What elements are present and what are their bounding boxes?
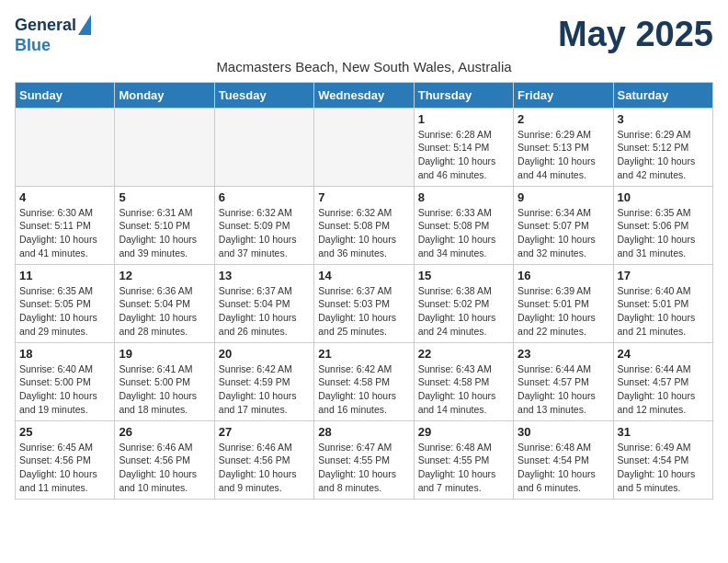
week-row-5: 25Sunrise: 6:45 AM Sunset: 4:56 PM Dayli… bbox=[16, 420, 713, 499]
day-info: Sunrise: 6:46 AM Sunset: 4:56 PM Dayligh… bbox=[119, 441, 210, 495]
day-info: Sunrise: 6:35 AM Sunset: 5:05 PM Dayligh… bbox=[19, 284, 110, 339]
calendar-cell: 15Sunrise: 6:38 AM Sunset: 5:02 PM Dayli… bbox=[414, 264, 513, 342]
calendar-cell bbox=[314, 108, 414, 186]
day-number: 20 bbox=[219, 347, 310, 361]
day-info: Sunrise: 6:29 AM Sunset: 5:13 PM Dayligh… bbox=[518, 128, 609, 182]
day-info: Sunrise: 6:46 AM Sunset: 4:56 PM Dayligh… bbox=[219, 441, 310, 495]
day-info: Sunrise: 6:44 AM Sunset: 4:57 PM Dayligh… bbox=[518, 362, 609, 417]
calendar-cell: 23Sunrise: 6:44 AM Sunset: 4:57 PM Dayli… bbox=[514, 342, 613, 420]
day-info: Sunrise: 6:36 AM Sunset: 5:04 PM Dayligh… bbox=[119, 284, 210, 339]
day-number: 1 bbox=[418, 112, 509, 126]
day-info: Sunrise: 6:41 AM Sunset: 5:00 PM Dayligh… bbox=[119, 362, 210, 417]
day-info: Sunrise: 6:32 AM Sunset: 5:08 PM Dayligh… bbox=[318, 206, 409, 260]
day-number: 18 bbox=[19, 347, 110, 361]
calendar-cell: 13Sunrise: 6:37 AM Sunset: 5:04 PM Dayli… bbox=[214, 264, 313, 342]
calendar-cell: 31Sunrise: 6:49 AM Sunset: 4:54 PM Dayli… bbox=[613, 420, 712, 499]
calendar-cell: 2Sunrise: 6:29 AM Sunset: 5:13 PM Daylig… bbox=[514, 108, 613, 186]
logo-text-blue: Blue bbox=[15, 37, 51, 55]
page-header: General Blue May 2025 bbox=[15, 15, 713, 55]
day-info: Sunrise: 6:35 AM Sunset: 5:06 PM Dayligh… bbox=[618, 206, 709, 260]
calendar-cell: 18Sunrise: 6:40 AM Sunset: 5:00 PM Dayli… bbox=[16, 342, 115, 420]
day-info: Sunrise: 6:31 AM Sunset: 5:10 PM Dayligh… bbox=[119, 206, 210, 260]
weekday-header-thursday: Thursday bbox=[414, 82, 513, 108]
calendar-cell: 6Sunrise: 6:32 AM Sunset: 5:09 PM Daylig… bbox=[214, 186, 313, 264]
logo: General Blue bbox=[15, 15, 91, 55]
day-number: 10 bbox=[618, 190, 709, 204]
day-info: Sunrise: 6:33 AM Sunset: 5:08 PM Dayligh… bbox=[418, 206, 509, 260]
day-info: Sunrise: 6:40 AM Sunset: 5:00 PM Dayligh… bbox=[19, 362, 110, 417]
calendar-subtitle: Macmasters Beach, New South Wales, Austr… bbox=[15, 59, 713, 75]
day-info: Sunrise: 6:29 AM Sunset: 5:12 PM Dayligh… bbox=[618, 128, 709, 182]
calendar-cell: 25Sunrise: 6:45 AM Sunset: 4:56 PM Dayli… bbox=[16, 420, 115, 499]
day-number: 2 bbox=[518, 112, 609, 126]
logo-text-general: General bbox=[15, 17, 76, 35]
day-info: Sunrise: 6:44 AM Sunset: 4:57 PM Dayligh… bbox=[618, 362, 709, 417]
weekday-header-wednesday: Wednesday bbox=[314, 82, 414, 108]
day-number: 14 bbox=[318, 269, 409, 282]
day-number: 28 bbox=[318, 425, 409, 439]
calendar-cell: 26Sunrise: 6:46 AM Sunset: 4:56 PM Dayli… bbox=[115, 420, 214, 499]
day-info: Sunrise: 6:45 AM Sunset: 4:56 PM Dayligh… bbox=[19, 441, 110, 495]
week-row-1: 1Sunrise: 6:28 AM Sunset: 5:14 PM Daylig… bbox=[16, 108, 713, 186]
calendar-cell: 22Sunrise: 6:43 AM Sunset: 4:58 PM Dayli… bbox=[414, 342, 513, 420]
day-info: Sunrise: 6:30 AM Sunset: 5:11 PM Dayligh… bbox=[19, 206, 110, 260]
calendar-cell: 8Sunrise: 6:33 AM Sunset: 5:08 PM Daylig… bbox=[414, 186, 513, 264]
day-number: 3 bbox=[618, 112, 709, 126]
week-row-2: 4Sunrise: 6:30 AM Sunset: 5:11 PM Daylig… bbox=[16, 186, 713, 264]
day-number: 29 bbox=[418, 425, 509, 439]
calendar-cell: 24Sunrise: 6:44 AM Sunset: 4:57 PM Dayli… bbox=[613, 342, 712, 420]
day-number: 6 bbox=[219, 190, 310, 204]
calendar-cell: 3Sunrise: 6:29 AM Sunset: 5:12 PM Daylig… bbox=[613, 108, 712, 186]
weekday-header-sunday: Sunday bbox=[16, 82, 115, 108]
day-number: 25 bbox=[19, 425, 110, 439]
day-info: Sunrise: 6:49 AM Sunset: 4:54 PM Dayligh… bbox=[618, 441, 709, 495]
week-row-3: 11Sunrise: 6:35 AM Sunset: 5:05 PM Dayli… bbox=[16, 264, 713, 342]
calendar-cell: 19Sunrise: 6:41 AM Sunset: 5:00 PM Dayli… bbox=[115, 342, 214, 420]
day-number: 23 bbox=[518, 347, 609, 361]
day-info: Sunrise: 6:40 AM Sunset: 5:01 PM Dayligh… bbox=[618, 284, 709, 339]
day-info: Sunrise: 6:47 AM Sunset: 4:55 PM Dayligh… bbox=[318, 441, 409, 495]
weekday-header-monday: Monday bbox=[115, 82, 214, 108]
month-title: May 2025 bbox=[558, 15, 713, 54]
day-number: 7 bbox=[318, 190, 409, 204]
day-number: 31 bbox=[618, 425, 709, 439]
calendar-cell: 10Sunrise: 6:35 AM Sunset: 5:06 PM Dayli… bbox=[613, 186, 712, 264]
calendar-cell: 9Sunrise: 6:34 AM Sunset: 5:07 PM Daylig… bbox=[514, 186, 613, 264]
day-info: Sunrise: 6:48 AM Sunset: 4:54 PM Dayligh… bbox=[518, 441, 609, 495]
calendar-cell: 4Sunrise: 6:30 AM Sunset: 5:11 PM Daylig… bbox=[16, 186, 115, 264]
calendar-table: SundayMondayTuesdayWednesdayThursdayFrid… bbox=[15, 82, 713, 500]
weekday-header-saturday: Saturday bbox=[613, 82, 712, 108]
week-row-4: 18Sunrise: 6:40 AM Sunset: 5:00 PM Dayli… bbox=[16, 342, 713, 420]
calendar-cell: 16Sunrise: 6:39 AM Sunset: 5:01 PM Dayli… bbox=[514, 264, 613, 342]
day-number: 5 bbox=[119, 190, 210, 204]
day-info: Sunrise: 6:42 AM Sunset: 4:59 PM Dayligh… bbox=[219, 362, 310, 417]
day-number: 12 bbox=[119, 269, 210, 282]
day-info: Sunrise: 6:43 AM Sunset: 4:58 PM Dayligh… bbox=[418, 362, 509, 417]
calendar-cell: 14Sunrise: 6:37 AM Sunset: 5:03 PM Dayli… bbox=[314, 264, 414, 342]
calendar-cell bbox=[115, 108, 214, 186]
calendar-cell: 30Sunrise: 6:48 AM Sunset: 4:54 PM Dayli… bbox=[514, 420, 613, 499]
day-number: 4 bbox=[19, 190, 110, 204]
day-info: Sunrise: 6:42 AM Sunset: 4:58 PM Dayligh… bbox=[318, 362, 409, 417]
day-info: Sunrise: 6:38 AM Sunset: 5:02 PM Dayligh… bbox=[418, 284, 509, 339]
day-number: 26 bbox=[119, 425, 210, 439]
day-number: 17 bbox=[618, 269, 709, 282]
day-number: 19 bbox=[119, 347, 210, 361]
calendar-cell: 7Sunrise: 6:32 AM Sunset: 5:08 PM Daylig… bbox=[314, 186, 414, 264]
calendar-cell: 28Sunrise: 6:47 AM Sunset: 4:55 PM Dayli… bbox=[314, 420, 414, 499]
weekday-header-friday: Friday bbox=[514, 82, 613, 108]
day-info: Sunrise: 6:32 AM Sunset: 5:09 PM Dayligh… bbox=[219, 206, 310, 260]
day-info: Sunrise: 6:37 AM Sunset: 5:04 PM Dayligh… bbox=[219, 284, 310, 339]
day-number: 8 bbox=[418, 190, 509, 204]
day-number: 9 bbox=[518, 190, 609, 204]
day-info: Sunrise: 6:39 AM Sunset: 5:01 PM Dayligh… bbox=[518, 284, 609, 339]
calendar-cell: 29Sunrise: 6:48 AM Sunset: 4:55 PM Dayli… bbox=[414, 420, 513, 499]
day-number: 27 bbox=[219, 425, 310, 439]
calendar-cell: 5Sunrise: 6:31 AM Sunset: 5:10 PM Daylig… bbox=[115, 186, 214, 264]
day-number: 21 bbox=[318, 347, 409, 361]
day-info: Sunrise: 6:37 AM Sunset: 5:03 PM Dayligh… bbox=[318, 284, 409, 339]
day-number: 30 bbox=[518, 425, 609, 439]
day-number: 16 bbox=[518, 269, 609, 282]
day-info: Sunrise: 6:48 AM Sunset: 4:55 PM Dayligh… bbox=[418, 441, 509, 495]
calendar-cell: 21Sunrise: 6:42 AM Sunset: 4:58 PM Dayli… bbox=[314, 342, 414, 420]
